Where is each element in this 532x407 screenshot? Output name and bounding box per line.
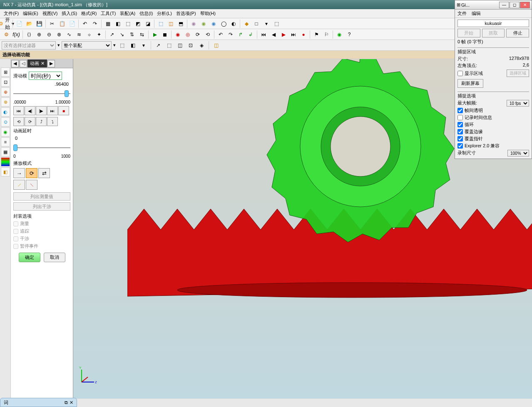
tool-icon[interactable]: ◩ bbox=[133, 19, 142, 28]
navigator-icon[interactable]: ⊡ bbox=[1, 77, 10, 87]
menu-help[interactable]: 帮助(H) bbox=[199, 10, 217, 17]
opt-explorer-check[interactable] bbox=[457, 143, 463, 149]
nav-icon[interactable]: ↶ bbox=[216, 30, 225, 39]
tool-icon[interactable]: ▦ bbox=[103, 19, 112, 28]
gif-menu-edit[interactable]: 编辑 bbox=[472, 10, 481, 17]
globe-icon[interactable]: ◉ bbox=[335, 30, 344, 39]
play-fwd-icon[interactable]: |▶ bbox=[36, 106, 47, 115]
nav-icon[interactable]: ↱ bbox=[236, 30, 245, 39]
joint-icon[interactable]: ∿ bbox=[65, 30, 74, 39]
link-icon[interactable]: ⟍ bbox=[26, 180, 37, 190]
flag-icon[interactable]: ⚐ bbox=[322, 30, 331, 39]
list-interference-button[interactable]: 列出干涉 bbox=[13, 202, 70, 211]
menu-format[interactable]: 格式(R) bbox=[80, 10, 98, 17]
solver-icon[interactable]: ▶ bbox=[150, 30, 159, 39]
maximize-icon[interactable]: ◻ bbox=[510, 2, 520, 8]
delay-slider[interactable] bbox=[13, 143, 70, 152]
joint-icon[interactable]: ⊕ bbox=[35, 30, 44, 39]
navigator-icon[interactable]: ⊕ bbox=[1, 87, 10, 97]
tool-icon[interactable]: ⟲ bbox=[13, 117, 24, 126]
force-icon[interactable]: ⇆ bbox=[137, 30, 147, 39]
menu-view[interactable]: 视图(V) bbox=[41, 10, 60, 17]
navigator-icon[interactable]: ⊞ bbox=[1, 67, 10, 77]
opt-cursor-check[interactable] bbox=[457, 136, 463, 141]
sel-icon[interactable]: ⬚ bbox=[164, 41, 174, 50]
cut-icon[interactable]: ✂ bbox=[47, 19, 57, 28]
opt-timeinfo-check[interactable] bbox=[457, 115, 463, 120]
render-icon[interactable]: ◉ bbox=[199, 19, 208, 28]
undo-icon[interactable]: ↶ bbox=[80, 19, 89, 28]
palette-icon[interactable] bbox=[1, 157, 10, 166]
rec-icon[interactable]: ⏮ bbox=[259, 30, 268, 39]
render-icon[interactable]: ◐ bbox=[229, 19, 238, 28]
view-icon[interactable]: ◫ bbox=[166, 19, 175, 28]
fx-icon[interactable]: f(x) bbox=[12, 30, 21, 39]
chevron-down-icon[interactable]: ▾ bbox=[57, 42, 60, 48]
navigator-icon[interactable]: ≡ bbox=[1, 137, 10, 146]
nav-icon[interactable]: ↲ bbox=[246, 30, 255, 39]
show-area-check[interactable] bbox=[457, 71, 463, 76]
shade-icon[interactable]: ▾ bbox=[262, 19, 271, 28]
save-icon[interactable]: 💾 bbox=[35, 19, 44, 28]
filter-select[interactable]: 没有选择过滤器 bbox=[2, 41, 56, 50]
joint-icon[interactable]: ⊖ bbox=[45, 30, 54, 39]
ok-button[interactable]: 确定 bbox=[19, 253, 40, 262]
joint-icon[interactable]: ⊗ bbox=[55, 30, 64, 39]
shade-icon[interactable]: □ bbox=[252, 19, 261, 28]
close-icon[interactable]: ✕ bbox=[520, 2, 530, 8]
close-icon[interactable]: ✕ bbox=[41, 61, 45, 66]
bottom-tab[interactable]: 词 ⧉ ✕ bbox=[0, 398, 77, 407]
copy-icon[interactable]: 📋 bbox=[57, 19, 67, 28]
gif-filename[interactable]: kukuasir bbox=[457, 20, 529, 27]
mode-bounce-icon[interactable]: ⇄ bbox=[38, 168, 50, 178]
assembly-select[interactable]: 整个装配 bbox=[62, 41, 112, 50]
tool-icon[interactable]: ⬚ bbox=[123, 19, 132, 28]
motion-icon[interactable]: ⚙ bbox=[2, 30, 11, 39]
sel-icon[interactable]: ↗ bbox=[154, 41, 163, 50]
navigator-icon[interactable]: ◧ bbox=[1, 167, 10, 176]
list-measure-button[interactable]: 列出测量值 bbox=[13, 192, 70, 201]
menu-prefs[interactable]: 首选项(P) bbox=[174, 10, 198, 17]
tab-animation[interactable]: 动画 ✕ bbox=[27, 60, 47, 67]
rec-icon[interactable]: ● bbox=[299, 30, 308, 39]
joint-icon[interactable]: ⟐ bbox=[85, 30, 94, 39]
force-icon[interactable]: ↘ bbox=[117, 30, 127, 39]
mode-loop-icon[interactable]: ⟳ bbox=[26, 168, 37, 178]
tab-next-icon[interactable]: ▶ bbox=[47, 60, 55, 67]
link-icon[interactable]: ⟨⟩ bbox=[25, 30, 34, 39]
opt-edge-check[interactable] bbox=[457, 129, 463, 134]
slide-unit-select[interactable]: 时间(秒) bbox=[29, 72, 62, 80]
paste-icon[interactable]: 📄 bbox=[67, 19, 77, 28]
menu-insert[interactable]: 插入(S) bbox=[60, 10, 79, 17]
navigator-icon[interactable]: ▦ bbox=[1, 147, 10, 156]
force-icon[interactable]: ↗ bbox=[107, 30, 117, 39]
opt-loop-check[interactable] bbox=[457, 122, 463, 127]
tool-icon[interactable]: ◧ bbox=[113, 19, 122, 28]
play-end-icon[interactable]: ⏭ bbox=[47, 106, 58, 115]
minimize-icon[interactable]: — bbox=[499, 2, 509, 8]
max-fps-select[interactable]: 10 fps bbox=[507, 100, 529, 107]
result-icon[interactable]: ⟳ bbox=[193, 30, 202, 39]
play-back-icon[interactable]: ◀| bbox=[25, 106, 35, 115]
start-button[interactable]: ⚙ 开始 ▾ bbox=[2, 19, 11, 28]
menu-assembly[interactable]: 装配(A) bbox=[118, 10, 137, 17]
nav-icon[interactable]: ↷ bbox=[226, 30, 235, 39]
assembly-icon[interactable]: ◫ bbox=[211, 41, 221, 50]
help-icon[interactable]: ? bbox=[345, 30, 354, 39]
chevron-down-icon[interactable]: ▾ bbox=[113, 42, 116, 48]
filter-icon[interactable]: ◧ bbox=[128, 41, 137, 50]
gif-grab-button[interactable]: 抓取 bbox=[482, 29, 505, 37]
gif-stop-button[interactable]: 停止 bbox=[506, 29, 529, 37]
render-icon[interactable]: ◉ bbox=[189, 19, 198, 28]
rec-icon[interactable]: ⏭ bbox=[289, 30, 298, 39]
menu-analysis[interactable]: 分析(L) bbox=[155, 10, 173, 17]
shade-icon[interactable]: ◆ bbox=[242, 19, 251, 28]
tab-prev-icon[interactable]: ◀ bbox=[11, 60, 19, 67]
joint-icon[interactable]: ✦ bbox=[94, 30, 104, 39]
rec-icon[interactable]: ◀ bbox=[269, 30, 278, 39]
tool-icon[interactable]: ◪ bbox=[143, 19, 152, 28]
time-slider[interactable] bbox=[13, 89, 70, 98]
gif-menu-file[interactable]: 文件 bbox=[457, 10, 467, 17]
view-icon[interactable]: ⬒ bbox=[176, 19, 185, 28]
new-icon[interactable]: 📄 bbox=[15, 19, 24, 28]
